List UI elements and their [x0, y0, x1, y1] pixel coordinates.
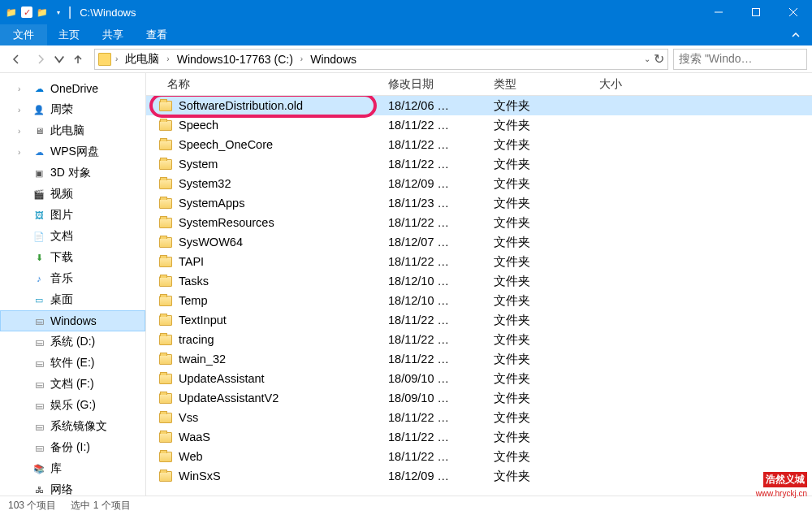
col-date[interactable]: 修改日期 [382, 77, 487, 92]
column-headers: 名称 修改日期 类型 大小 [146, 73, 812, 96]
menu-view[interactable]: 查看 [135, 24, 179, 45]
up-button[interactable] [67, 48, 89, 71]
file-name: TAPI [179, 255, 204, 268]
file-list[interactable]: SoftwareDistribution.old18/12/06 …文件夹Spe… [146, 96, 812, 496]
maximize-button[interactable] [737, 0, 775, 24]
qat-icon-1[interactable]: ✓ [21, 6, 32, 18]
breadcrumb-seg-0[interactable]: 此电脑 [120, 50, 164, 68]
file-row[interactable]: Speech18/11/22 …文件夹 [146, 115, 812, 135]
sidebar-item[interactable]: 🖴Windows [0, 310, 145, 331]
qat-icon-2[interactable]: 📁 [36, 6, 49, 19]
sidebar-item[interactable]: 🖼图片 [0, 205, 145, 226]
sidebar-item[interactable]: 🖴系统镜像文 [0, 416, 145, 437]
folder-icon [159, 413, 172, 423]
chevron-down-icon[interactable]: ⌄ [644, 54, 650, 63]
tree-icon: 👤 [32, 103, 45, 116]
sidebar-item[interactable]: 🖧网络 [0, 479, 145, 496]
sidebar-item[interactable]: 📚库 [0, 458, 145, 479]
file-row[interactable]: SysWOW6418/12/07 …文件夹 [146, 232, 812, 252]
chevron-right-icon[interactable]: › [298, 54, 305, 63]
sidebar-item[interactable]: 🖴系统 (D:) [0, 331, 145, 353]
sidebar-item-label: 3D 对象 [50, 166, 91, 180]
sidebar-item[interactable]: ▣3D 对象 [0, 162, 145, 184]
recent-dropdown[interactable] [54, 48, 65, 71]
ribbon-toggle[interactable] [780, 24, 812, 45]
file-type: 文件夹 [487, 410, 593, 426]
sidebar-item[interactable]: ›☁WPS网盘 [0, 141, 145, 162]
file-date: 18/11/22 … [382, 119, 487, 132]
sidebar-item[interactable]: 📄文档 [0, 226, 145, 247]
folder-icon [159, 198, 172, 209]
back-button[interactable] [5, 48, 28, 71]
file-name: System32 [179, 177, 231, 190]
sidebar-item[interactable]: ›☁OneDrive [0, 78, 145, 99]
search-input[interactable]: 搜索 "Windo… [673, 49, 807, 70]
file-row[interactable]: UpdateAssistant18/09/10 …文件夹 [146, 369, 812, 388]
sidebar-item[interactable]: 🎬视频 [0, 184, 145, 205]
minimize-button[interactable] [700, 0, 737, 24]
file-name: Temp [179, 294, 207, 307]
sidebar-item-label: 文档 (F:) [50, 377, 94, 392]
col-size[interactable]: 大小 [593, 77, 658, 92]
file-name: tracing [179, 333, 214, 346]
sidebar-item[interactable]: ▭桌面 [0, 289, 145, 310]
tree-icon: 🖴 [32, 441, 45, 454]
file-row[interactable]: Vss18/11/22 …文件夹 [146, 408, 812, 427]
col-type[interactable]: 类型 [487, 77, 593, 92]
folder-icon [98, 53, 111, 66]
file-row[interactable]: tracing18/11/22 …文件夹 [146, 330, 812, 349]
file-row[interactable]: SystemApps18/11/23 …文件夹 [146, 193, 812, 213]
sidebar-item[interactable]: 🖴软件 (E:) [0, 353, 145, 374]
tree-icon: 🖴 [32, 357, 45, 370]
file-date: 18/12/09 … [382, 177, 487, 190]
folder-icon [159, 393, 172, 404]
sidebar-item[interactable]: ♪音乐 [0, 268, 145, 289]
file-date: 18/12/10 … [382, 294, 487, 307]
chevron-right-icon[interactable]: › [113, 54, 120, 63]
file-date: 18/12/06 … [382, 99, 487, 112]
file-type: 文件夹 [487, 332, 593, 348]
file-row[interactable]: SystemResources18/11/22 …文件夹 [146, 213, 812, 232]
menu-share[interactable]: 共享 [91, 24, 135, 45]
sidebar-item[interactable]: 🖴文档 (F:) [0, 374, 145, 395]
menu-file[interactable]: 文件 [0, 24, 47, 45]
file-row[interactable]: Speech_OneCore18/11/22 …文件夹 [146, 135, 812, 154]
file-row[interactable]: twain_3218/11/22 …文件夹 [146, 349, 812, 369]
breadcrumb-seg-2[interactable]: Windows [305, 51, 361, 67]
nav-toolbar: › 此电脑› Windows10-17763 (C:)› Windows ⌄ ↻… [0, 45, 812, 73]
file-type: 文件夹 [487, 215, 593, 231]
col-name[interactable]: 名称 [146, 77, 382, 92]
qat-dropdown-icon[interactable]: ▾ [52, 6, 65, 19]
file-row[interactable]: Temp18/12/10 …文件夹 [146, 291, 812, 310]
file-row[interactable]: UpdateAssistantV218/09/10 …文件夹 [146, 388, 812, 408]
file-date: 18/11/23 … [382, 197, 487, 210]
sidebar-item[interactable]: 🖴备份 (I:) [0, 437, 145, 458]
refresh-icon[interactable]: ↻ [654, 51, 664, 67]
folder-icon [159, 354, 172, 365]
file-row[interactable]: Web18/11/22 …文件夹 [146, 447, 812, 466]
sidebar-item[interactable]: 🖴娱乐 (G:) [0, 395, 145, 416]
file-row[interactable]: System3218/12/09 …文件夹 [146, 174, 812, 193]
file-date: 18/11/22 … [382, 353, 487, 366]
file-row[interactable]: SoftwareDistribution.old18/12/06 …文件夹 [146, 96, 812, 115]
file-row[interactable]: TAPI18/11/22 …文件夹 [146, 252, 812, 271]
forward-button[interactable] [29, 48, 52, 71]
file-row[interactable]: Tasks18/12/10 …文件夹 [146, 271, 812, 291]
file-type: 文件夹 [487, 371, 593, 387]
file-row[interactable]: System18/11/22 …文件夹 [146, 154, 812, 174]
file-name: UpdateAssistant [179, 372, 265, 385]
close-button[interactable] [775, 0, 812, 24]
address-bar[interactable]: › 此电脑› Windows10-17763 (C:)› Windows ⌄ ↻ [94, 49, 668, 70]
sidebar-item-label: 此电脑 [50, 123, 84, 138]
file-row[interactable]: WaaS18/11/22 …文件夹 [146, 427, 812, 447]
sidebar-item[interactable]: ⬇下载 [0, 247, 145, 268]
menu-home[interactable]: 主页 [47, 24, 91, 45]
breadcrumb-seg-1[interactable]: Windows10-17763 (C:) [172, 51, 298, 67]
svg-rect-1 [753, 9, 760, 16]
file-row[interactable]: TextInput18/11/22 …文件夹 [146, 310, 812, 330]
sidebar-item[interactable]: ›👤周荣 [0, 99, 145, 120]
tree-icon: ♪ [32, 272, 45, 285]
sidebar-item[interactable]: ›🖥此电脑 [0, 120, 145, 141]
file-row[interactable]: WinSxS18/12/09 …文件夹 [146, 466, 812, 486]
chevron-right-icon[interactable]: › [164, 54, 171, 63]
